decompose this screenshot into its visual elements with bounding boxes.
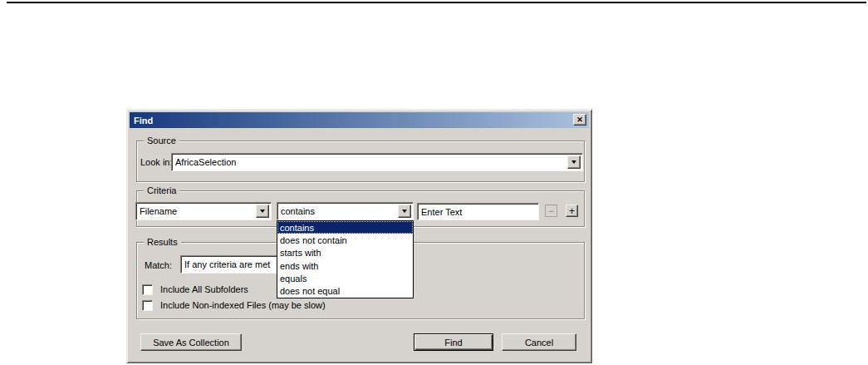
- save-as-collection-label: Save As Collection: [153, 338, 229, 348]
- look-in-combobox[interactable]: AfricaSelection: [171, 153, 583, 171]
- source-group-label: Source: [144, 136, 179, 146]
- criteria-operator-dropdown-button[interactable]: [398, 205, 411, 218]
- criteria-operator-combobox[interactable]: contains: [277, 202, 414, 220]
- dropdown-arrow-icon: [402, 210, 407, 213]
- dropdown-arrow-icon: [260, 210, 265, 213]
- include-nonindexed-label[interactable]: Include Non-indexed Files (may be slow): [160, 300, 326, 310]
- criteria-field-dropdown-button[interactable]: [256, 205, 269, 218]
- criteria-field-value: Filename: [140, 203, 254, 219]
- include-nonindexed-checkbox[interactable]: [142, 300, 153, 311]
- operator-option[interactable]: ends with: [277, 259, 413, 272]
- page-top-rule: [7, 2, 866, 3]
- operator-option[interactable]: starts with: [277, 247, 413, 259]
- operator-option[interactable]: contains: [277, 221, 413, 234]
- criteria-group-label: Criteria: [144, 185, 179, 196]
- close-icon: ✕: [576, 116, 583, 124]
- dropdown-arrow-icon: [571, 160, 576, 164]
- results-group-label: Results: [144, 237, 181, 248]
- include-all-subfolders-checkbox[interactable]: [142, 284, 153, 295]
- find-button-label: Find: [444, 338, 462, 348]
- look-in-dropdown-button[interactable]: [567, 155, 581, 169]
- match-label: Match:: [145, 260, 172, 270]
- look-in-label: Look in:: [140, 157, 173, 167]
- remove-criteria-button: −: [545, 205, 557, 217]
- dialog-titlebar[interactable]: Find ✕: [130, 112, 589, 128]
- operator-option[interactable]: equals: [277, 272, 413, 284]
- plus-icon: +: [569, 206, 575, 216]
- add-criteria-button[interactable]: +: [566, 205, 578, 217]
- dialog-title: Find: [130, 116, 153, 126]
- include-all-subfolders-label[interactable]: Include All Subfolders: [160, 284, 248, 294]
- cancel-button[interactable]: Cancel: [502, 333, 576, 351]
- criteria-text-input[interactable]: [417, 203, 539, 220]
- operator-option[interactable]: does not contain: [277, 234, 413, 246]
- minus-icon: −: [548, 206, 554, 216]
- criteria-field-combobox[interactable]: Filename: [135, 202, 272, 220]
- operator-option[interactable]: does not equal: [277, 285, 413, 298]
- look-in-value: AfricaSelection: [175, 154, 566, 170]
- find-dialog: Find ✕ Source Look in: AfricaSelection C…: [126, 109, 592, 363]
- save-as-collection-button[interactable]: Save As Collection: [140, 333, 242, 351]
- criteria-operator-value: contains: [281, 203, 396, 219]
- operator-dropdown-list[interactable]: containsdoes not containstarts withends …: [277, 220, 414, 298]
- close-button[interactable]: ✕: [573, 114, 586, 126]
- find-button[interactable]: Find: [414, 333, 493, 351]
- cancel-button-label: Cancel: [525, 338, 553, 348]
